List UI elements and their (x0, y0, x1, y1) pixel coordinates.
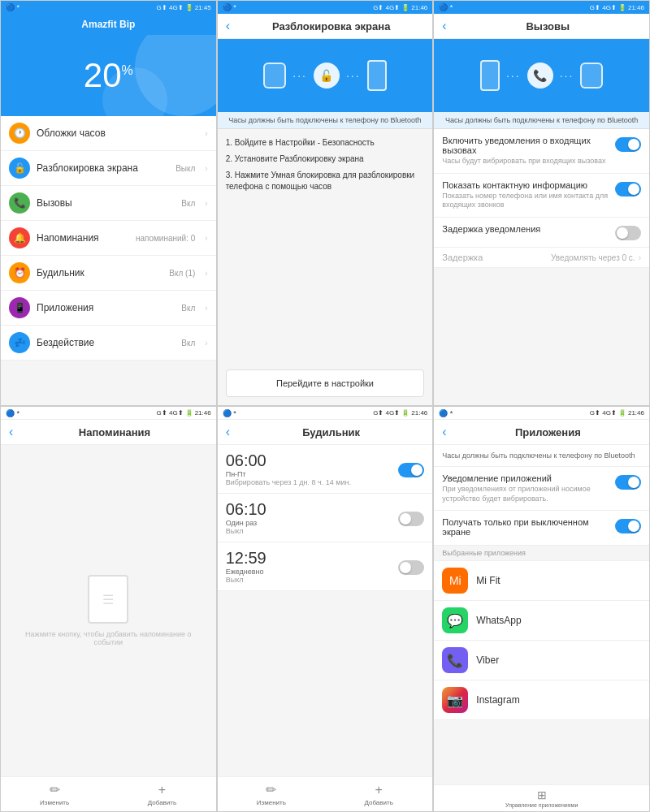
step-2: 2. Установите Разблокировку экрана (226, 153, 425, 165)
panel-amazfit-main: 🔵 * G⬆ 4G⬆ 🔋 21:45 Amazfit Bip 20% 🕐 Обл… (0, 0, 217, 406)
delay-title: Задержка уведомления (442, 224, 609, 234)
delay-label: Задержка (442, 253, 551, 262)
time-p6: 21:46 (628, 409, 644, 417)
screen-off-toggle[interactable] (615, 519, 641, 533)
menu-item-reminders[interactable]: 🔔 Напоминания напоминаний: 0 › (1, 221, 216, 256)
arrow-icon: › (205, 304, 207, 313)
panel-unlock: 🔵 * G⬆ 4G⬆ 🔋 21:46 ‹ Разблокировка экран… (217, 0, 434, 406)
alarm-label: Будильник (37, 267, 162, 279)
app-item-instagram[interactable]: 📷 Instagram (434, 680, 649, 720)
alarm-item-0600[interactable]: 06:00 Пн-Пт Вибрировать через 1 дн. 8 ч.… (218, 445, 433, 494)
page-title-p4: Напоминания (21, 426, 207, 438)
watch-face-icon: 🕐 (9, 123, 30, 144)
app-notif-toggle[interactable] (615, 475, 641, 490)
watch-device-icon (263, 63, 286, 89)
unlock-label: Разблокировка экрана (37, 162, 169, 174)
calls-value: Вкл (181, 199, 195, 208)
app-item-viber[interactable]: 📞 Viber (434, 641, 649, 680)
phone-device-icon-p3 (480, 60, 500, 91)
edit-reminder-button[interactable]: ✏ Изменить (1, 777, 108, 811)
toggle-row-delay: Задержка уведомления (434, 218, 649, 248)
signal-icon: G⬆ 4G⬆ (157, 4, 184, 11)
instagram-icon: 📷 (442, 687, 468, 713)
bluetooth-notice-p3: Часы должны быть подключены к телефону п… (434, 112, 649, 129)
alarm-desc-1259: Выкл (226, 576, 271, 584)
illustration-p3: ··· 📞 ··· (434, 39, 649, 112)
signal-icon: G⬆ 4G⬆ (590, 409, 617, 417)
status-bar-p4: 🔵 * G⬆ 4G⬆ 🔋 21:46 (1, 407, 216, 420)
menu-item-watch-face[interactable]: 🕐 Обложки часов › (1, 116, 216, 151)
alarm-item-1259[interactable]: 12:59 Ежедневно Выкл (218, 542, 433, 591)
back-button-p4[interactable]: ‹ (9, 425, 13, 439)
back-button-p3[interactable]: ‹ (442, 19, 446, 33)
back-button-p6[interactable]: ‹ (442, 425, 446, 439)
illustration-p2: ··· 🔓 ··· (218, 39, 433, 112)
viber-name: Viber (476, 654, 499, 666)
battery-icon: 🔋 (618, 4, 626, 11)
edit-alarm-button[interactable]: ✏ Изменить (218, 777, 325, 811)
go-to-settings-button[interactable]: Перейдите в настройки (226, 369, 425, 397)
viber-icon: 📞 (442, 647, 468, 673)
alarm-toggle-0610[interactable] (398, 512, 424, 526)
add-icon: + (158, 783, 166, 797)
mifit-icon: Mi (442, 568, 468, 594)
contact-info-title: Показать контактную информацию (442, 180, 609, 190)
panel-alarm: 🔵 * G⬆ 4G⬆ 🔋 21:46 ‹ Будильник 06:00 Пн-… (217, 406, 434, 812)
alarm-desc-0610: Выкл (226, 527, 271, 535)
dots-separator-2: ··· (346, 69, 361, 82)
panel-reminders: 🔵 * G⬆ 4G⬆ 🔋 21:46 ‹ Напоминания Нажмите… (0, 406, 217, 812)
arrow-icon: › (205, 164, 207, 173)
apps-value: Вкл (181, 304, 195, 313)
alarm-toggle-1259[interactable] (398, 560, 424, 575)
delay-value-row: Задержка Уведомлять через 0 с. › (434, 248, 649, 268)
apps-label: Приложения (37, 302, 175, 313)
arrow-icon: › (205, 339, 207, 348)
add-alarm-button[interactable]: + Добавить (325, 777, 432, 811)
app-item-whatsapp[interactable]: 💬 WhatsApp (434, 601, 649, 641)
empty-reminders-area: Нажмите кнопку, чтобы добавить напоминан… (1, 445, 216, 776)
nav-bar-p5: ‹ Будильник (218, 420, 433, 445)
status-bar-p1: 🔵 * G⬆ 4G⬆ 🔋 21:45 (1, 1, 216, 14)
battery-icon: 🔋 (185, 4, 193, 11)
app-item-mifit[interactable]: Mi Mi Fit (434, 561, 649, 601)
alarm-desc-0600: Вибрировать через 1 дн. 8 ч. 14 мин. (226, 478, 351, 486)
alarm-toggle-0600[interactable] (398, 463, 424, 477)
time-p2: 21:46 (411, 4, 427, 11)
page-title-p2: Разблокировка экрана (238, 20, 424, 32)
add-alarm-icon: + (375, 783, 383, 797)
toggle-row-contact-info: Показать контактную информацию Показать … (434, 174, 649, 218)
toggle-row-incoming-calls: Включить уведомления о входящих вызовах … (434, 129, 649, 174)
delay-value: Уведомлять через 0 с. (551, 253, 635, 262)
menu-item-idle[interactable]: 💤 Бездействие Вкл › (1, 326, 216, 361)
battery-percent: 20% (84, 56, 133, 95)
contact-info-toggle[interactable] (615, 182, 641, 197)
arrow-icon: › (205, 129, 207, 138)
calls-icon: 📞 (9, 192, 30, 214)
alarm-time-1259: 12:59 (226, 549, 271, 568)
arrow-icon: › (205, 199, 207, 208)
idle-icon: 💤 (9, 332, 30, 353)
reminders-label: Напоминания (37, 232, 129, 244)
status-bar-p6: 🔵 * G⬆ 4G⬆ 🔋 21:46 (434, 407, 649, 420)
alarm-item-0610[interactable]: 06:10 Один раз Выкл (218, 494, 433, 542)
incoming-calls-title: Включить уведомления о входящих вызовах (442, 136, 609, 155)
back-button-p2[interactable]: ‹ (226, 19, 230, 33)
nav-bar-p3: ‹ Вызовы (434, 14, 649, 39)
add-reminder-button[interactable]: + Добавить (108, 777, 215, 811)
incoming-calls-toggle[interactable] (615, 137, 641, 152)
delay-toggle[interactable] (615, 226, 641, 240)
manage-apps-button[interactable]: ⊞ Управление приложениями (434, 785, 649, 811)
alarm-time-0610: 06:10 (226, 500, 271, 519)
menu-item-apps[interactable]: 📱 Приложения Вкл › (1, 291, 216, 326)
menu-item-calls[interactable]: 📞 Вызовы Вкл › (1, 186, 216, 221)
apps-bottom-toolbar: ⊞ Управление приложениями (434, 784, 649, 811)
dots-separator-p3: ··· (506, 69, 521, 82)
battery-hero: 20% (1, 35, 216, 116)
status-bar-p3: 🔵 * G⬆ 4G⬆ 🔋 21:46 (434, 1, 649, 14)
menu-item-alarm[interactable]: ⏰ Будильник Вкл (1) › (1, 256, 216, 291)
menu-item-unlock[interactable]: 🔓 Разблокировка экрана Выкл › (1, 151, 216, 186)
alarm-icon: ⏰ (9, 262, 30, 283)
alarm-toolbar: ✏ Изменить + Добавить (218, 776, 433, 811)
idle-value: Вкл (181, 339, 195, 348)
back-button-p5[interactable]: ‹ (226, 425, 230, 439)
